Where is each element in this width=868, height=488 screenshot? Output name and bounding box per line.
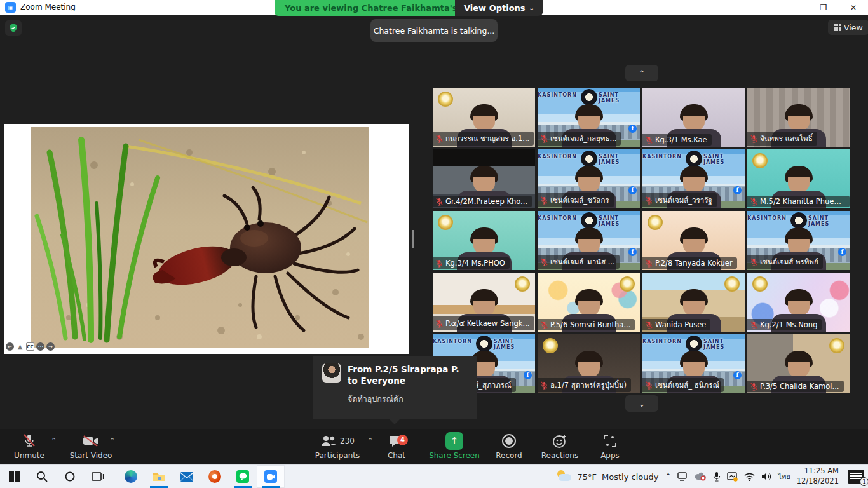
participant-tile[interactable]: อ.1/7 สุดาพร(ครูบุ๋มบิ๋ม) bbox=[538, 334, 640, 393]
reactions-button[interactable]: Reactions bbox=[539, 433, 581, 460]
tray-display-icon[interactable] bbox=[677, 472, 688, 481]
weather-desc: Mostly cloudy bbox=[602, 472, 658, 482]
taskbar-zoom-button[interactable] bbox=[257, 465, 285, 488]
close-button[interactable]: ✕ bbox=[843, 0, 864, 15]
participant-name: Kg.2/1 Ms.Nong bbox=[760, 320, 817, 329]
zoom-taskbar-icon bbox=[264, 470, 277, 483]
participant-name: เซนต์เจมส์_ชวัลกร bbox=[550, 194, 609, 206]
participant-tile[interactable]: P.5/6 Somsri Buntha... bbox=[538, 273, 640, 332]
school-emblem-icon bbox=[686, 336, 702, 352]
view-layout-button[interactable]: View bbox=[828, 20, 868, 35]
participant-name-bar: เซนต์เจมส์ พรทิพย์ bbox=[747, 255, 823, 269]
participant-name-bar: เซนต์เจมส์_วรารัฐ bbox=[642, 193, 717, 207]
participant-tile[interactable]: KASINTORNSAINT JAMES เซนต์เจมส์_มานัส ..… bbox=[538, 211, 640, 270]
tray-expand-chevron[interactable]: ⌃ bbox=[665, 472, 671, 481]
participants-grid: กนกวรรณ ชาญสมร อ.1... KASINTORNSAINT JAM… bbox=[433, 88, 851, 393]
grid-scroll-up-button[interactable]: ⌃ bbox=[625, 65, 658, 81]
participant-name: Kg.3/1 Ms.Kae bbox=[655, 135, 707, 144]
zoom-app-icon: ▣ bbox=[5, 2, 16, 13]
unmute-label: Unmute bbox=[14, 451, 44, 460]
chat-message-text: จัดทำอุปกรณ์ดัก bbox=[348, 393, 468, 405]
participant-tile[interactable]: P.2/8 Tanyada Kokuer bbox=[642, 211, 745, 270]
taskbar-weather-widget[interactable]: 75°F Mostly cloudy bbox=[556, 470, 659, 483]
warning-icon[interactable]: ▲ bbox=[16, 342, 24, 351]
taskbar-line-button[interactable] bbox=[229, 465, 257, 488]
participant-tile[interactable]: Wanida Pusee bbox=[642, 273, 745, 332]
taskbar-clock[interactable]: 11:25 AM 12/18/2021 bbox=[797, 466, 839, 486]
muted-mic-icon bbox=[750, 198, 757, 206]
participant-name-bar: เซนต์เจมส์_ ธนิภรณ์ bbox=[642, 378, 724, 392]
taskbar-file-explorer-button[interactable] bbox=[145, 465, 173, 488]
start-video-button[interactable]: Start Video bbox=[69, 433, 113, 460]
taskbar-search-button[interactable] bbox=[28, 465, 56, 488]
view-options-label: View Options bbox=[464, 3, 526, 13]
participants-caret[interactable]: ⌃ bbox=[367, 437, 373, 445]
meeting-security-shield-icon[interactable] bbox=[5, 20, 22, 36]
participant-name: เซนต์เจมส์_มานัส ... bbox=[550, 256, 615, 268]
participant-tile[interactable]: KASINTORNSAINT JAMES เซนต์เจมส์_ ธนิภรณ์… bbox=[642, 334, 745, 393]
participant-tile[interactable]: กนกวรรณ ชาญสมร อ.1... bbox=[433, 88, 535, 147]
mic-options-caret[interactable]: ⌃ bbox=[51, 437, 57, 445]
tray-volume-icon[interactable] bbox=[761, 472, 771, 481]
more-options-icon[interactable]: ⋯ bbox=[36, 342, 44, 351]
participant-name-bar: Kg.3/1 Ms.Kae bbox=[642, 134, 712, 146]
taskbar-edge-button[interactable] bbox=[117, 465, 145, 488]
grid-scroll-down-button[interactable]: ⌄ bbox=[625, 395, 658, 412]
cc-license-icon[interactable]: CC bbox=[26, 342, 34, 351]
school-emblem-icon bbox=[686, 151, 702, 167]
taskbar-mail-button[interactable] bbox=[173, 465, 201, 488]
muted-mic-icon bbox=[436, 259, 443, 268]
participant-tile[interactable]: KASINTORNSAINT JAMES เซนต์เจมส์ พรทิพย์ … bbox=[747, 211, 850, 270]
muted-mic-icon bbox=[541, 258, 548, 266]
facebook-icon: f bbox=[733, 186, 742, 194]
unmute-button[interactable]: Unmute bbox=[11, 433, 47, 460]
meeting-toolbar: Unmute ⌃ Start Video ⌃ 230 Parti bbox=[0, 429, 868, 464]
share-screen-icon: ↑ bbox=[445, 432, 463, 450]
record-button[interactable]: Record bbox=[491, 433, 527, 460]
participant-tile[interactable]: KASINTORNSAINT JAMES เซนต์เจมส์_ชวัลกร f bbox=[538, 149, 640, 208]
tray-snip-icon[interactable] bbox=[727, 472, 738, 482]
participant-name-bar: เซนต์เจมส์_มานัส ... bbox=[538, 255, 620, 269]
participant-tile[interactable]: P.๕/๔ Ketkaew Sangk... bbox=[433, 273, 535, 332]
record-icon bbox=[502, 434, 516, 448]
pane-divider-handle[interactable] bbox=[412, 230, 414, 248]
chat-button[interactable]: 4 Chat bbox=[379, 433, 414, 460]
participants-button[interactable]: 230 Participants bbox=[310, 433, 365, 460]
participant-name-bar: กนกวรรณ ชาญสมร อ.1... bbox=[433, 132, 534, 146]
start-button[interactable] bbox=[0, 465, 28, 488]
share-screen-button[interactable]: ↑ Share Screen bbox=[429, 433, 480, 460]
chat-from-text: From P.2/5 Siraprapa P. to Everyone bbox=[348, 363, 468, 386]
task-view-button[interactable] bbox=[84, 465, 112, 488]
school-emblem-icon bbox=[581, 89, 597, 105]
view-options-button[interactable]: View Options ⌄ bbox=[455, 0, 543, 16]
participant-tile[interactable]: Kg.2/1 Ms.Nong bbox=[747, 273, 850, 332]
participant-tile[interactable]: KASINTORNSAINT JAMES เซนต์เจมส์_กลยุทธ..… bbox=[538, 88, 640, 147]
chat-notification-popup[interactable]: From P.2/5 Siraprapa P. to Everyone จัดท… bbox=[313, 356, 477, 419]
minimize-button[interactable]: — bbox=[783, 0, 804, 15]
video-options-caret[interactable]: ⌃ bbox=[109, 437, 115, 445]
language-indicator[interactable]: ไทย bbox=[778, 471, 790, 482]
tray-mic-icon[interactable] bbox=[713, 471, 721, 482]
back-arrow-icon[interactable]: ← bbox=[6, 342, 14, 351]
participant-name: Wanida Pusee bbox=[655, 320, 706, 329]
windows-logo-icon bbox=[9, 471, 20, 482]
participant-name-bar: เซนต์เจมส์_กลยุทธ... bbox=[538, 132, 621, 146]
forward-arrow-icon[interactable]: → bbox=[46, 342, 55, 351]
participant-tile[interactable]: Kg.3/1 Ms.Kae bbox=[642, 88, 745, 147]
cortana-button[interactable] bbox=[56, 465, 84, 488]
tray-cloud-sync-error-icon[interactable] bbox=[695, 472, 707, 481]
tray-wifi-icon[interactable] bbox=[744, 473, 755, 481]
participant-tile[interactable]: P.3/5 Chalida Kamol... bbox=[747, 334, 850, 393]
participant-tile[interactable]: M.5/2 Khanitta Phuen... bbox=[747, 149, 850, 208]
muted-mic-icon bbox=[646, 259, 653, 268]
participant-tile[interactable]: จันทพร แสนโพธิ์ bbox=[747, 88, 850, 147]
maximize-button[interactable]: ❐ bbox=[813, 0, 834, 15]
taskbar-office-button[interactable] bbox=[201, 465, 229, 488]
facebook-icon: f bbox=[733, 371, 742, 379]
apps-button[interactable]: Apps bbox=[593, 433, 627, 460]
notification-center-button[interactable]: 1 bbox=[848, 470, 864, 484]
share-screen-label: Share Screen bbox=[429, 451, 480, 460]
participant-tile[interactable]: Gr.4/2M.Prateep Kho... bbox=[433, 149, 535, 208]
participant-tile[interactable]: KASINTORNSAINT JAMES เซนต์เจมส์_วรารัฐ f bbox=[642, 149, 745, 208]
participant-tile[interactable]: Kg.3/4 Ms.PHOO bbox=[433, 211, 535, 270]
